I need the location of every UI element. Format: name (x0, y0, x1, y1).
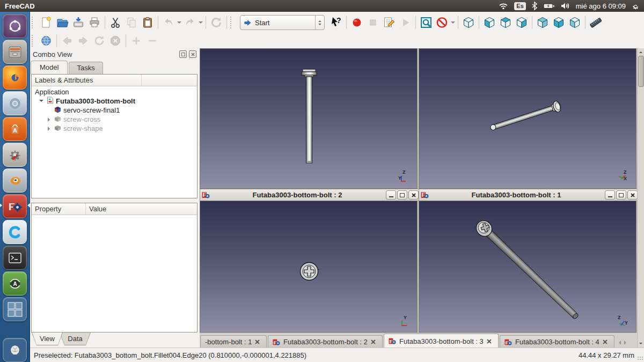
keyboard-layout-indicator[interactable]: Es (514, 2, 525, 10)
macro-record-icon[interactable] (349, 14, 365, 31)
doc-tab-4[interactable]: F Futaba3003-bottom-bolt : 4 (500, 335, 614, 348)
cut-icon[interactable] (107, 14, 123, 31)
viewport-top-right[interactable]: Z X (419, 48, 636, 189)
view-axonometric-icon[interactable] (460, 14, 477, 31)
expander-closed-icon[interactable] (46, 127, 52, 131)
redo-dropdown[interactable] (198, 14, 203, 31)
draw-style-dropdown[interactable] (450, 14, 456, 31)
dock-ubuntu-dash[interactable] (3, 14, 27, 38)
clock[interactable]: mié ago 6 09:09 (576, 2, 626, 10)
tree-item-part[interactable]: servo-screw-final1 (32, 106, 197, 115)
dock-chromium[interactable] (3, 91, 27, 115)
tab-scroll-right[interactable] (623, 337, 630, 348)
workbench-spinner[interactable] (315, 16, 324, 29)
view-left-icon[interactable] (567, 14, 583, 31)
toolbar-grip[interactable] (230, 17, 234, 28)
dock-software-center[interactable]: A (3, 117, 27, 141)
close-button[interactable] (627, 190, 638, 200)
close-button[interactable] (408, 190, 419, 200)
refresh-icon[interactable] (208, 14, 224, 31)
tab-close-icon[interactable] (603, 339, 608, 344)
view-right-icon[interactable] (514, 14, 530, 31)
dock-backup[interactable]: A (3, 271, 27, 295)
tree-item-screw-cross[interactable]: screw-cross (32, 115, 197, 124)
bluetooth-icon[interactable] (532, 2, 537, 10)
save-icon[interactable] (70, 14, 86, 31)
dock-workspace-switcher[interactable] (3, 297, 27, 321)
viewport-bottom-right[interactable]: Z Y (419, 201, 636, 333)
panel-float-button[interactable] (179, 50, 187, 58)
viewport-top-left[interactable]: Z Y (200, 48, 418, 189)
zoom-in-icon[interactable] (128, 34, 144, 48)
tree-item-document[interactable]: Futaba3003-bottom-bolt (32, 97, 197, 106)
measure-distance-icon[interactable] (588, 14, 604, 31)
tab-scroll-left[interactable] (615, 337, 623, 348)
scroll-thumb[interactable] (638, 56, 644, 87)
zoom-out-icon[interactable] (144, 34, 160, 48)
panel-close-button[interactable] (189, 50, 196, 58)
battery-icon[interactable] (543, 2, 555, 10)
scroll-up-arrow[interactable] (638, 48, 644, 55)
view-top-icon[interactable] (497, 14, 514, 31)
whats-this-icon[interactable]: ? (328, 14, 344, 31)
expander-closed-icon[interactable] (46, 117, 52, 122)
paste-icon[interactable] (140, 14, 156, 31)
dock-freecad[interactable]: F (3, 194, 27, 218)
open-icon[interactable] (54, 14, 70, 31)
dock-blender[interactable] (3, 168, 27, 193)
undo-dropdown[interactable] (177, 14, 182, 31)
tab-model[interactable]: Model (31, 61, 68, 74)
view-rear-icon[interactable] (535, 14, 551, 31)
tab-data[interactable]: Data (60, 333, 91, 345)
property-column-header[interactable]: Property (32, 203, 86, 215)
toolbar-grip[interactable] (32, 35, 35, 47)
dock-firefox[interactable] (3, 65, 27, 90)
expander-open-icon[interactable] (38, 98, 45, 104)
nav-forward-icon[interactable] (75, 34, 91, 48)
tree-header-label[interactable]: Labels & Attributes (32, 75, 142, 86)
doc-tab-3[interactable]: F Futaba3003-bottom-bolt : 3 (384, 334, 499, 348)
viewport-bottom-left[interactable]: Y (200, 201, 418, 333)
macro-edit-icon[interactable] (381, 14, 397, 31)
print-icon[interactable] (86, 14, 103, 31)
dock-terminal[interactable] (3, 246, 27, 270)
tab-close-icon[interactable] (487, 339, 492, 344)
dock-cura[interactable] (3, 220, 27, 244)
resize-grip[interactable] (638, 356, 643, 361)
draw-style-icon[interactable] (434, 14, 450, 31)
maximize-button[interactable] (616, 190, 626, 200)
tree-root-application[interactable]: Application (32, 87, 197, 97)
nav-back-icon[interactable] (59, 34, 75, 48)
subwindow-titlebar-2[interactable]: F Futaba3003-bottom-bolt : 2 (200, 189, 421, 201)
tab-close-icon[interactable] (255, 339, 260, 344)
dock-file-manager[interactable] (3, 40, 27, 64)
view-bottom-icon[interactable] (551, 14, 567, 31)
maximize-button[interactable] (397, 190, 407, 200)
mdi-vertical-scrollbar[interactable] (637, 48, 644, 348)
view-front-icon[interactable] (481, 14, 497, 31)
copy-icon[interactable] (123, 14, 140, 31)
nav-stop-icon[interactable] (107, 34, 123, 48)
nav-refresh-icon[interactable] (91, 34, 107, 48)
session-gear-icon[interactable] (632, 2, 640, 10)
doc-tab-1[interactable]: -bottom-bolt : 1 (200, 335, 267, 348)
toolbar-grip[interactable] (32, 17, 35, 28)
scroll-down-arrow[interactable] (638, 341, 644, 348)
dock-system-settings[interactable] (3, 143, 27, 167)
subwindow-titlebar-1[interactable]: F Futaba3003-bottom-bolt : 1 (419, 189, 640, 201)
minimize-button[interactable] (605, 190, 615, 200)
tab-close-icon[interactable] (371, 339, 376, 344)
doc-tab-2[interactable]: F Futaba3003-bottom-bolt : 2 (268, 335, 383, 348)
wifi-icon[interactable] (499, 2, 508, 10)
minimize-button[interactable] (386, 190, 396, 200)
value-column-header[interactable]: Value (86, 203, 197, 215)
workbench-selector[interactable]: Start (240, 15, 325, 30)
tab-view[interactable]: View (32, 333, 63, 345)
volume-icon[interactable] (561, 2, 570, 10)
macro-play-icon[interactable] (397, 14, 413, 31)
fit-all-icon[interactable] (418, 14, 434, 31)
tab-tasks[interactable]: Tasks (69, 62, 103, 74)
macro-stop-icon[interactable] (365, 14, 381, 31)
web-browser-icon[interactable] (38, 34, 54, 48)
tree-item-screw-shape[interactable]: screw-shape (32, 124, 197, 133)
